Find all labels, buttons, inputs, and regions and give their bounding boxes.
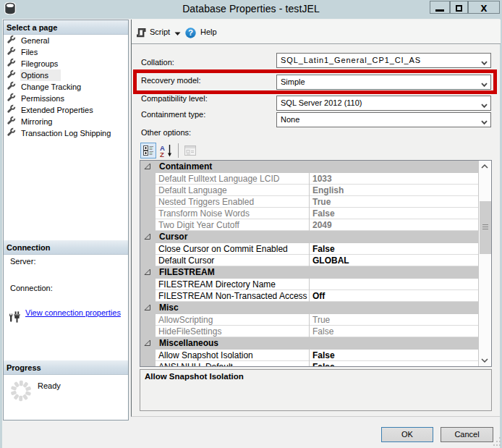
svg-text:?: ? xyxy=(188,28,193,37)
svg-text:Z: Z xyxy=(160,151,164,159)
